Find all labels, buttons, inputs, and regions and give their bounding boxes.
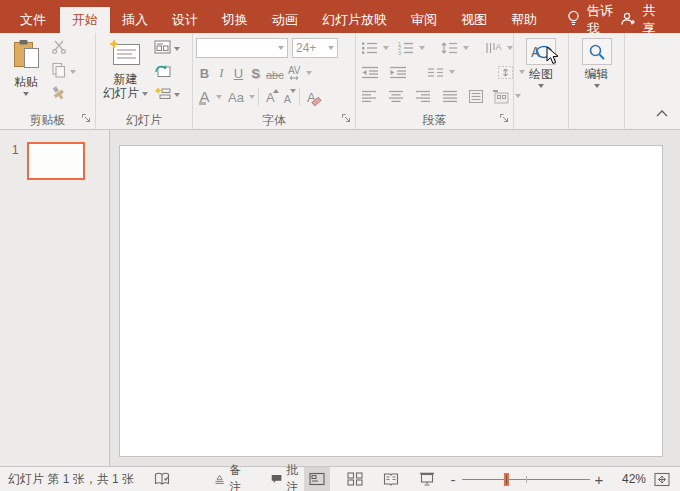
font-size-combo[interactable]: 24+ [292,38,338,58]
section-button[interactable] [152,85,189,105]
tab-view[interactable]: 视图 [449,7,499,33]
drawing-button[interactable]: A 绘图 [517,37,565,111]
paragraph-dialog-launcher[interactable] [499,112,509,126]
slide-thumbnail-panel: 1 [0,130,110,466]
decrease-indent-button[interactable] [359,62,381,82]
zoom-slider-thumb[interactable] [504,473,509,486]
tab-file[interactable]: 文件 [6,7,60,33]
tell-me-button[interactable]: 告诉我 [567,7,620,33]
spell-check-button[interactable] [154,472,170,486]
font-dialog-launcher[interactable] [341,112,351,126]
underline-button[interactable]: U [230,63,247,83]
section-dropdown-arrow [174,93,180,97]
ribbon-group-editing: 编辑 [569,33,625,129]
line-spacing-button[interactable] [439,38,460,58]
zoom-in-button[interactable]: + [592,471,606,488]
font-color-bar [199,102,206,105]
paste-label: 粘贴 [14,75,38,89]
new-slide-icon [108,39,142,70]
slide-canvas[interactable] [119,145,663,457]
svg-text:A: A [496,42,502,52]
font-color-button[interactable]: A [196,87,213,107]
align-text-button[interactable] [495,62,516,82]
editing-button[interactable]: 编辑 [573,37,621,111]
text-direction-dropdown-arrow [507,46,513,50]
reading-view-button[interactable] [378,467,404,491]
share-button[interactable]: 共享 [620,7,664,33]
tab-insert[interactable]: 插入 [110,7,160,33]
bullets-button[interactable] [359,38,380,58]
columns-button[interactable] [425,62,446,82]
increase-indent-button[interactable] [387,62,409,82]
change-case-button[interactable]: Aa [226,87,246,107]
slides-group-label: 幻灯片 [126,112,162,129]
bold-button[interactable]: B [196,63,213,83]
tab-slideshow[interactable]: 幻灯片放映 [310,7,399,33]
reset-slide-button[interactable] [152,62,189,82]
align-center-button[interactable] [386,86,406,106]
convert-smartart-button[interactable] [490,86,512,106]
spell-check-icon [154,472,170,486]
strikethrough-button[interactable]: abc [264,63,286,83]
paste-clipboard-icon [13,39,40,73]
tab-help[interactable]: 帮助 [499,7,549,33]
character-spacing-button[interactable]: AV [286,63,303,83]
tab-review[interactable]: 审阅 [399,7,449,33]
numbering-icon: 123 [397,41,414,55]
tab-design[interactable]: 设计 [160,7,210,33]
new-slide-button[interactable]: 新建 幻灯片 [99,37,152,111]
align-text-icon [497,65,514,80]
slide-layout-button[interactable] [152,39,189,59]
justify-icon [442,90,458,103]
fit-slide-to-window-button[interactable] [654,472,670,487]
slide-counter: 幻灯片 第 1 张，共 1 张 [8,471,134,488]
columns-dropdown-arrow [449,70,455,74]
editor-work-area [111,130,680,466]
justify-button[interactable] [440,86,460,106]
slide-show-button[interactable] [414,467,440,491]
bullets-icon [361,41,378,55]
align-left-icon [361,90,377,103]
zoom-out-button[interactable]: - [446,471,460,488]
slide-thumbnail-row: 1 [0,130,109,180]
ribbon-group-font: 24+ B I U S abc AV A [193,33,356,129]
slide-sorter-icon [347,472,363,486]
italic-button[interactable]: I [213,63,230,83]
ribbon: 粘贴 [0,33,680,130]
status-bar: 幻灯片 第 1 张，共 1 张 备注 批注 - [0,466,680,491]
distribute-text-button[interactable] [466,86,486,106]
align-right-button[interactable] [413,86,433,106]
editing-label: 编辑 [585,67,609,81]
grow-font-button[interactable]: A [262,87,279,107]
change-case-dropdown-arrow [249,95,255,99]
slide-thumbnail-1[interactable] [27,142,85,180]
notes-button[interactable]: 备注 [214,462,247,491]
text-direction-button[interactable]: A [483,38,504,58]
numbering-button[interactable]: 123 [395,38,416,58]
clipboard-dialog-launcher[interactable] [81,112,91,126]
paste-button[interactable]: 粘贴 [3,37,49,111]
normal-view-button[interactable] [304,467,330,491]
zoom-slider[interactable] [462,472,590,486]
tab-home[interactable]: 开始 [60,7,110,33]
shrink-font-button[interactable]: A [279,87,296,107]
cut-button[interactable] [49,39,91,59]
tab-animations[interactable]: 动画 [260,7,310,33]
comments-button[interactable]: 批注 [271,462,304,491]
slide-layout-dropdown-arrow [174,47,180,51]
collapse-ribbon-button[interactable] [656,103,668,121]
text-shadow-button[interactable]: S [247,63,264,83]
zoom-level[interactable]: 42% [612,472,646,486]
new-slide-label-line1: 新建 [113,72,137,86]
clear-formatting-button[interactable]: A [303,87,320,107]
font-name-combo[interactable] [196,38,288,58]
copy-button[interactable] [49,62,91,82]
format-painter-icon [51,86,67,105]
format-painter-button[interactable] [49,85,91,105]
tab-transitions[interactable]: 切换 [210,7,260,33]
ribbon-group-clipboard: 粘贴 [0,33,96,129]
clipboard-group-label: 剪贴板 [30,112,66,129]
align-left-button[interactable] [359,86,379,106]
paragraph-group-label: 段落 [423,112,447,129]
slide-sorter-view-button[interactable] [342,467,368,491]
